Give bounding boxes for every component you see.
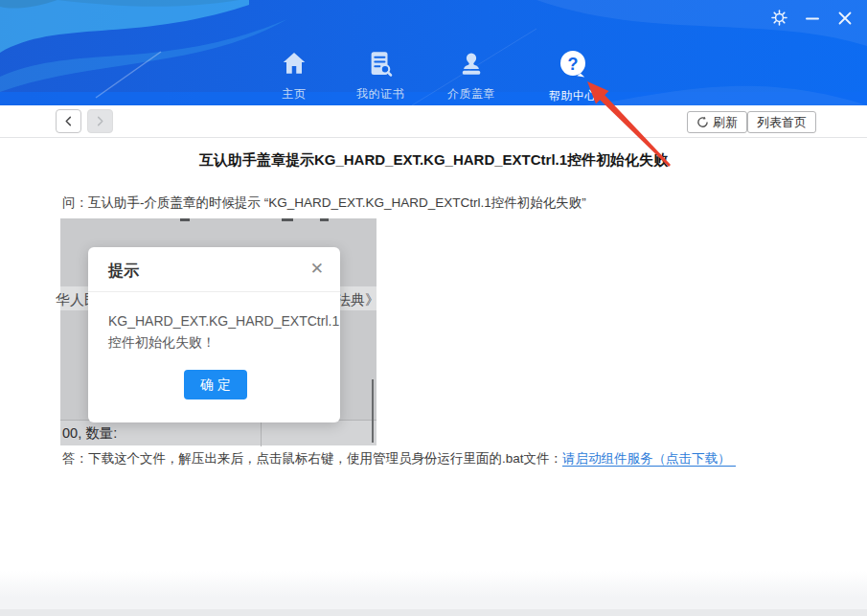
clipped-text-mark — [320, 218, 329, 221]
app-header: 主页 我的证书 介质盖章 ? — [0, 0, 867, 105]
dialog-message-line2: 控件初始化失败！ — [108, 331, 329, 353]
tab-media-stamp[interactable]: 介质盖章 — [447, 49, 495, 103]
clipped-text-mark — [282, 218, 293, 221]
tab-my-certificates[interactable]: 我的证书 — [356, 49, 404, 103]
tab-home-label: 主页 — [283, 86, 307, 103]
background-text-fragment-bottom: 00, 数量: — [62, 424, 117, 443]
header-wave-decoration — [0, 0, 867, 105]
dialog-ok-button[interactable]: 确 定 — [184, 370, 247, 399]
list-home-button[interactable]: 列表首页 — [747, 111, 816, 133]
forward-button[interactable] — [87, 109, 113, 133]
answer-prefix: 答：下载这个文件，解压出来后，点击鼠标右键，使用管理员身份运行里面的.bat文件… — [62, 451, 562, 466]
tab-help-center-label: 帮助中心 — [549, 88, 597, 104]
alert-dialog: 提示 ✕ KG_HARD_EXT.KG_HARD_EXTCtrl.1 控件初始化… — [88, 247, 340, 422]
tab-media-stamp-label: 介质盖章 — [447, 86, 495, 103]
question-text: 问：互认助手-介质盖章的时候提示 “KG_HARD_EXT.KG_HARD_EX… — [62, 194, 586, 212]
certificate-search-icon — [366, 49, 395, 81]
tab-my-certificates-label: 我的证书 — [356, 86, 404, 103]
close-icon[interactable] — [835, 9, 854, 27]
dialog-message-line1: KG_HARD_EXT.KG_HARD_EXTCtrl.1 — [108, 310, 329, 331]
clipped-text-mark — [180, 218, 190, 221]
dialog-title: 提示 — [108, 262, 139, 282]
download-component-service-link[interactable]: 请启动组件服务（点击下载） — [562, 451, 736, 467]
answer-text: 答：下载这个文件，解压出来后，点击鼠标右键，使用管理员身份运行里面的.bat文件… — [62, 450, 736, 468]
dialog-divider — [88, 291, 340, 292]
svg-text:?: ? — [568, 55, 579, 74]
article-title: 互认助手盖章提示KG_HARD_EXT.KG_HARD_EXTCtrl.1控件初… — [0, 151, 867, 170]
chevron-right-icon — [95, 116, 105, 126]
minimize-icon[interactable] — [803, 9, 821, 27]
page-toolbar: 刷新 列表首页 — [0, 105, 867, 138]
refresh-icon — [696, 116, 709, 128]
table-cell-border — [261, 421, 262, 446]
settings-gear-icon[interactable] — [770, 9, 788, 27]
stamp-icon — [457, 49, 486, 81]
background-table-row: 00, 数量: — [60, 420, 376, 445]
dialog-message: KG_HARD_EXT.KG_HARD_EXTCtrl.1 控件初始化失败！ — [108, 310, 329, 353]
tab-home[interactable]: 主页 — [280, 49, 308, 103]
embedded-screenshot: 华人民 法典》 00, 数量: 提示 ✕ KG_HARD_EXT.KG_HARD… — [60, 218, 376, 445]
back-button[interactable] — [56, 109, 81, 133]
list-home-label: 列表首页 — [757, 114, 807, 131]
refresh-label: 刷新 — [713, 114, 738, 131]
tab-help-center[interactable]: ? 帮助中心 — [549, 49, 597, 104]
refresh-button[interactable]: 刷新 — [687, 111, 747, 133]
dialog-close-icon[interactable]: ✕ — [310, 260, 324, 279]
window-controls — [770, 9, 854, 27]
home-icon — [280, 49, 308, 81]
background-text-fragment-right: 法典》 — [336, 291, 376, 309]
footer-strip — [0, 609, 867, 616]
question-bubble-icon: ? — [558, 49, 588, 83]
table-edge-border — [372, 379, 374, 443]
chevron-left-icon — [63, 116, 74, 126]
